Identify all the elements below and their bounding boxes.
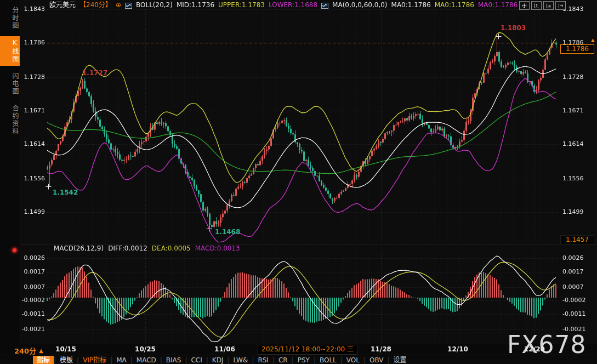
macd-dea-value: DEA:0.0005 [152, 244, 191, 252]
price-axis-label-left: 1.1499 [21, 208, 45, 215]
sidebar: 分时图K线图闪电图合约资料 [0, 0, 20, 344]
trading-terminal: 欧元美元 【240分】 ⊕ BOLL(20,2) MID:1.1736 UPPE… [0, 0, 597, 364]
x-axis-tick: 10/25 [135, 345, 156, 353]
macd-axis-label-left: -0.0002 [19, 297, 45, 304]
recording-indicator-icon [13, 248, 16, 252]
add-indicator-icon[interactable]: ⊕ [116, 1, 121, 9]
price-axis-label-right: 1.1728 [562, 73, 584, 81]
chart-canvas[interactable] [0, 0, 597, 364]
indicator-tab[interactable]: MACD [133, 356, 160, 364]
macd-params: MACD(26,12,9) [54, 244, 104, 252]
chart-toolbar [519, 1, 566, 10]
price-axis-label-left: 1.1786 [21, 39, 45, 46]
indicator-chip-icon [321, 2, 328, 8]
price-axis-label-left: 1.1671 [21, 107, 45, 114]
x-axis-scale-icon[interactable] [543, 1, 554, 10]
sidebar-item-view[interactable]: 合约资料 [0, 102, 20, 138]
ma-value-magenta: MA0:1.1786 [478, 1, 518, 9]
sidebar-item-view[interactable]: 闪电图 [0, 70, 20, 98]
price-axis-label-right: 1.1556 [562, 175, 584, 182]
macd-diff-value: DIFF:0.0012 [108, 244, 147, 252]
macd-axis-label-left: -0.0011 [19, 310, 45, 317]
price-axis-label-left: 1.1614 [21, 140, 45, 147]
macd-axis-label-left: 0.0026 [19, 254, 45, 261]
price-axis-label-right: 1.1499 [562, 208, 584, 215]
macd-axis-label-left: 0.0007 [19, 283, 45, 291]
price-axis-label-left: 1.1843 [21, 5, 45, 13]
crosshair-move-icon[interactable] [519, 1, 530, 10]
indicator-tab[interactable]: LW& [230, 356, 252, 364]
macd-axis-label-right: 0.0026 [562, 254, 584, 261]
x-axis-tick: 10/15 [55, 345, 76, 353]
scroll-right-icon[interactable] [555, 1, 566, 10]
x-axis-tick: 11/06 [214, 345, 235, 353]
boll-mid-value: MID:1.1736 [177, 1, 214, 9]
x-axis-tick: 12/10 [447, 345, 468, 353]
price-axis-label-left: 1.1556 [21, 175, 45, 182]
price-axis-label-right: 1.1671 [562, 107, 584, 114]
x-axis-tick: 11/28 [371, 345, 391, 353]
price-axis-label-left: 1.1728 [21, 73, 45, 81]
price-axis-label-right: 1.1614 [562, 140, 584, 147]
macd-axis-label-right: 0.0007 [562, 283, 584, 291]
current-price-badge: 1.1786 [560, 44, 594, 54]
session-low-badge: 1.1457 [560, 235, 594, 244]
indicator-tab[interactable]: RSI [254, 356, 272, 364]
chart-header: 欧元美元 【240分】 ⊕ BOLL(20,2) MID:1.1736 UPPE… [49, 1, 518, 9]
boll-params: BOLL(20,2) [136, 1, 173, 9]
ma-value-yellow: MA0:1.1786 [435, 1, 474, 9]
ma-value-white: MA0:1.1786 [391, 1, 431, 9]
macd-axis-label-left: -0.0021 [19, 326, 45, 333]
period-label: 【240分】 [79, 1, 112, 9]
price-extreme-annotation: 1.1468 [215, 228, 240, 236]
watermark: FX678 [507, 331, 586, 359]
symbol-name: 欧元美元 [49, 1, 76, 9]
price-extreme-annotation: 1.1727 [82, 69, 107, 77]
price-up-arrow-icon: ▲ [591, 37, 595, 43]
y-axis-scale-icon[interactable] [531, 1, 542, 10]
price-extreme-annotation: 1.1803 [501, 24, 526, 32]
indicator-tab[interactable]: BOLL [316, 356, 340, 364]
triangle-up-icon: ▲ [39, 348, 43, 354]
indicator-tab[interactable]: PSY [294, 356, 314, 364]
price-extreme-annotation: 1.1542 [53, 189, 78, 196]
ma-params: MA(0,0,0,60,0,0) [332, 1, 387, 9]
sidebar-item-active[interactable]: K线图 [0, 36, 20, 66]
indicator-tab[interactable]: 指标 [33, 356, 54, 364]
sidebar-item-view[interactable]: 分时图 [0, 4, 20, 32]
crosshair-date-readout: 2025/11/12 18:00~22:00 三 [258, 345, 357, 355]
indicator-tab[interactable]: 设置 [390, 356, 411, 364]
indicator-tab[interactable]: MA [112, 356, 130, 364]
indicator-tab[interactable]: VIP指标 [79, 356, 110, 364]
macd-axis-label-right: -0.0002 [562, 297, 585, 304]
indicator-tab[interactable]: CR [275, 356, 292, 364]
macd-axis-label-left: 0.0017 [19, 268, 45, 275]
macd-macd-value: MACD:0.0013 [195, 244, 240, 252]
indicator-tab[interactable]: 模板 [56, 356, 77, 364]
macd-header: MACD(26,12,9) DIFF:0.0012 DEA:0.0005 MAC… [54, 244, 240, 252]
macd-axis-label-right: 0.0017 [562, 268, 584, 275]
indicator-tab[interactable]: CCI [187, 356, 206, 364]
indicator-tab[interactable]: OBV [366, 356, 388, 364]
indicator-tab[interactable]: VOL [343, 356, 363, 364]
boll-upper-value: UPPER:1.1783 [218, 1, 265, 9]
boll-lower-value: LOWER:1.1688 [269, 1, 317, 9]
indicator-tab[interactable]: KDJ [208, 356, 228, 364]
macd-axis-label-right: -0.0011 [562, 310, 585, 317]
indicator-chip-icon [125, 2, 132, 8]
indicator-tab[interactable]: BIAS [162, 356, 185, 364]
